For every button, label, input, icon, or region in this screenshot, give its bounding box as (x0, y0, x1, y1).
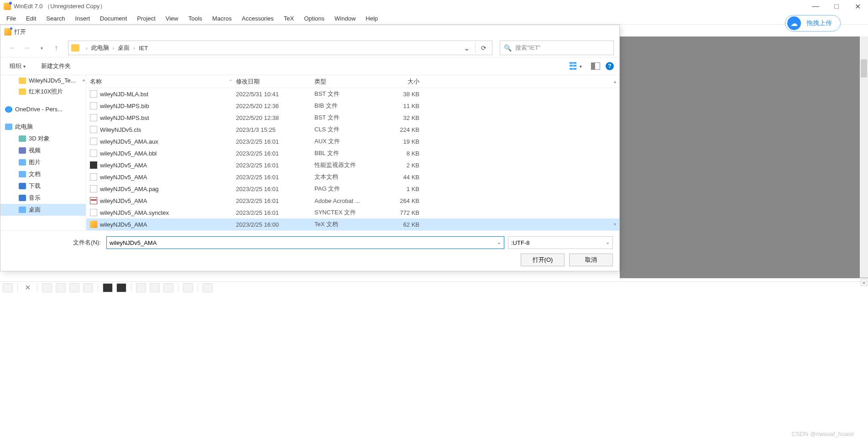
file-date: 2023/2/25 16:01 (236, 174, 314, 181)
tool-icon[interactable] (163, 283, 173, 292)
file-name: wileyNJDv5_AMA (100, 197, 236, 204)
menu-options[interactable]: Options (299, 14, 329, 23)
menu-insert[interactable]: Insert (71, 14, 95, 23)
tree-item[interactable]: 下载 (0, 180, 86, 192)
tool-icon[interactable] (136, 283, 146, 292)
filename-dropdown-icon[interactable]: ⌄ (497, 239, 501, 245)
file-row[interactable]: wileyNJD-MPS.bib2022/5/20 12:36BIB 文件11 … (86, 100, 619, 112)
menu-search[interactable]: Search (42, 14, 69, 23)
file-list-scrollbar[interactable]: ▴ ▾ (614, 77, 618, 228)
tree-item[interactable]: 此电脑 (0, 121, 86, 133)
menu-tex[interactable]: TeX (279, 14, 298, 23)
menu-tools[interactable]: Tools (184, 14, 207, 23)
minimize-button[interactable]: — (805, 0, 826, 13)
nav-tree[interactable]: ▴ WileyNJDv5_Te...红米10X照片OneDrive - Pers… (0, 75, 86, 230)
col-size-header[interactable]: 大小 (383, 78, 419, 86)
file-name: wileyNJDv5_AMA.bbl (100, 150, 236, 157)
preview-pane-icon[interactable] (591, 62, 600, 70)
tool-icon[interactable] (42, 283, 52, 292)
close-button[interactable]: ✕ (847, 0, 868, 13)
tree-item[interactable]: WileyNJDv5_Te... (0, 75, 86, 86)
tool-icon[interactable]: ✕ (22, 283, 32, 292)
open-button[interactable]: 打开(O) (521, 254, 565, 266)
file-list[interactable]: wileyNJD-MLA.bst2022/5/31 10:41BST 文件38 … (86, 88, 619, 230)
encoding-select[interactable]: :UTF-8 ⌄ (508, 236, 613, 249)
maximize-button[interactable]: □ (826, 0, 847, 13)
tool-icon[interactable] (150, 283, 160, 292)
tree-item[interactable]: 音乐 (0, 192, 86, 204)
nav-forward-button[interactable]: → (21, 42, 33, 54)
tree-item[interactable]: 视频 (0, 145, 86, 156)
col-date-header[interactable]: 修改日期 (236, 78, 314, 86)
tool-icon[interactable] (3, 283, 13, 292)
tree-item[interactable]: 图片 (0, 156, 86, 168)
upload-pill[interactable]: ☁ 拖拽上传 (785, 15, 841, 31)
tree-item-label: 桌面 (29, 206, 41, 214)
new-folder-button[interactable]: 新建文件夹 (37, 60, 74, 72)
scroll-up-icon[interactable]: ▴ (614, 79, 616, 84)
menu-macros[interactable]: Macros (208, 14, 236, 23)
menu-accessories[interactable]: Accessories (237, 14, 278, 23)
file-row[interactable]: wileyNJDv5_AMA.pag2023/2/25 16:01PAG 文件1… (86, 183, 619, 195)
menu-help[interactable]: Help (361, 14, 382, 23)
tool-icon[interactable] (83, 283, 93, 292)
tool-icon[interactable] (116, 283, 126, 292)
menu-document[interactable]: Document (95, 14, 131, 23)
file-name: WileyNJDv5.cls (100, 126, 236, 133)
file-row[interactable]: wileyNJDv5_AMA2023/2/25 16:01文本文档44 KB (86, 171, 619, 183)
tree-item-label: WileyNJDv5_Te... (29, 77, 76, 84)
file-row[interactable]: wileyNJDv5_AMA2023/2/25 16:01Adobe Acrob… (86, 195, 619, 207)
scroll-thumb[interactable] (861, 59, 867, 78)
editor-scrollbar[interactable] (860, 36, 868, 278)
tool-icon[interactable] (69, 283, 79, 292)
encoding-dropdown-icon[interactable]: ⌄ (606, 239, 610, 245)
nav-back-button[interactable]: ← (6, 42, 19, 54)
refresh-button[interactable]: ⟳ (478, 44, 489, 52)
file-row[interactable]: wileyNJD-MPS.bst2022/5/20 12:38BST 文件32 … (86, 112, 619, 124)
scroll-up-icon[interactable]: ▴ (83, 77, 85, 82)
folder-icon (19, 88, 26, 95)
col-type-header[interactable]: 类型 (314, 78, 383, 86)
menu-project[interactable]: Project (132, 14, 160, 23)
file-icon (90, 126, 97, 133)
tool-icon[interactable] (183, 283, 193, 292)
tree-item[interactable]: 文档 (0, 168, 86, 180)
address-dropdown-icon[interactable]: ⌄ (461, 44, 472, 52)
tree-item[interactable]: 桌面 (0, 204, 86, 216)
menu-view[interactable]: View (161, 14, 183, 23)
cancel-button[interactable]: 取消 (569, 254, 613, 266)
tool-icon[interactable] (103, 283, 113, 292)
file-name: wileyNJDv5_AMA (100, 162, 236, 169)
file-row[interactable]: wileyNJDv5_AMA2023/2/25 16:01性能监视器文件2 KB (86, 159, 619, 171)
col-name-header[interactable]: 名称 ⌃ (90, 78, 236, 86)
menu-window[interactable]: Window (330, 14, 360, 23)
file-row[interactable]: wileyNJDv5_AMA.synctex2023/2/25 16:01SYN… (86, 207, 619, 218)
search-input[interactable]: 🔍 搜索"IET" (500, 41, 614, 55)
scroll-down-icon[interactable]: ▾ (614, 222, 616, 227)
crumb-desktop[interactable]: 桌面 (117, 44, 131, 52)
nav-up-button[interactable]: ↑ (50, 42, 63, 54)
organize-button[interactable]: 组织 ▾ (6, 60, 29, 72)
filename-input[interactable]: wileyNJDv5_AMA ⌄ (106, 236, 504, 249)
tool-icon[interactable] (56, 283, 66, 292)
menubar: File Edit Search Insert Document Project… (0, 13, 868, 25)
crumb-pc[interactable]: 此电脑 (90, 44, 110, 52)
file-row[interactable]: wileyNJDv5_AMA2023/2/25 16:00TeX 文档62 KB (86, 218, 619, 230)
tool-icon[interactable] (203, 283, 213, 292)
file-row[interactable]: wileyNJDv5_AMA.aux2023/2/25 16:01AUX 文件1… (86, 135, 619, 147)
crumb-folder[interactable]: IET (138, 45, 149, 52)
menu-file[interactable]: File (2, 14, 21, 23)
file-row[interactable]: wileyNJD-MLA.bst2022/5/31 10:41BST 文件38 … (86, 88, 619, 100)
help-icon[interactable]: ? (606, 62, 614, 70)
file-row[interactable]: wileyNJDv5_AMA.bbl2023/2/25 16:01BBL 文件8… (86, 147, 619, 159)
menu-edit[interactable]: Edit (21, 14, 41, 23)
tree-item[interactable]: 红米10X照片 (0, 86, 86, 98)
tree-item[interactable]: OneDrive - Pers... (0, 104, 86, 114)
parent-titlebar: WinEdt 7.0 （Unregistered Copy） (0, 0, 868, 13)
nav-history-dropdown[interactable]: ▾ (35, 42, 48, 54)
view-mode-button[interactable]: ▾ (566, 60, 586, 72)
music-icon (19, 195, 26, 201)
tree-item[interactable]: 3D 对象 (0, 133, 86, 145)
address-bar[interactable]: › 此电脑 › 桌面 › IET ⌄ ⟳ (68, 41, 492, 55)
file-row[interactable]: WileyNJDv5.cls2023/1/3 15:25CLS 文件224 KB (86, 124, 619, 135)
